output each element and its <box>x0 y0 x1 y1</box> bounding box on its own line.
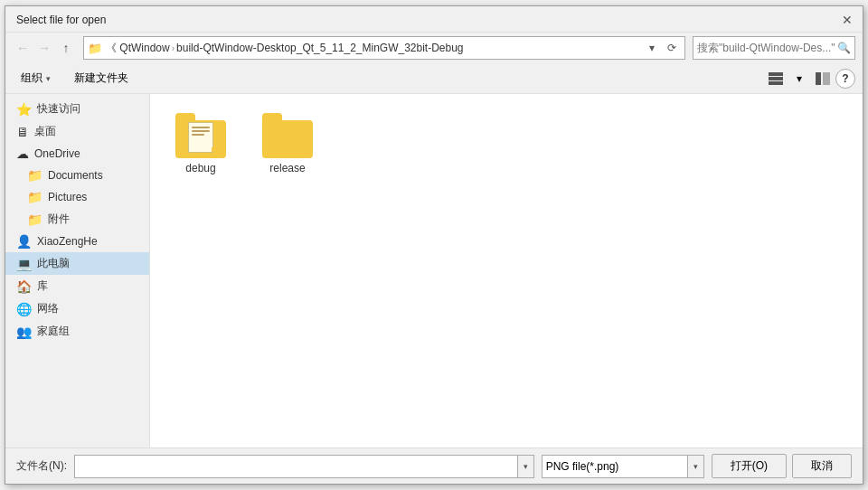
svg-rect-2 <box>769 81 783 85</box>
sidebar-item-documents[interactable]: 📁 Documents <box>5 165 149 186</box>
release-label: release <box>269 162 305 174</box>
filename-label: 文件名(N): <box>16 458 67 474</box>
library-icon: 🏠 <box>16 279 32 294</box>
main-content: ⭐ 快速访问 🖥 桌面 ☁ OneDrive 📁 Documents 📁 Pic… <box>5 94 863 448</box>
action-bar: 组织 ▾ 新建文件夹 ▾ ? <box>5 63 863 94</box>
file-item-release[interactable]: release <box>251 108 324 179</box>
sidebar-item-attachments[interactable]: 📁 附件 <box>5 208 149 231</box>
forward-button[interactable]: → <box>34 38 54 58</box>
svg-rect-1 <box>769 77 783 80</box>
this-pc-icon: 💻 <box>16 257 32 271</box>
file-grid: debug release <box>165 108 848 179</box>
attachments-folder-icon: 📁 <box>27 212 42 227</box>
sidebar: ⭐ 快速访问 🖥 桌面 ☁ OneDrive 📁 Documents 📁 Pic… <box>5 94 150 448</box>
title-bar: Select file for open ✕ <box>5 6 863 33</box>
desktop-icon: 🖥 <box>16 125 29 139</box>
svg-rect-4 <box>823 72 830 85</box>
sidebar-item-onedrive[interactable]: ☁ OneDrive <box>5 143 149 165</box>
release-folder-icon <box>262 113 313 158</box>
address-bar: 📁 《 QtWindow › build-QtWindow-Desktop_Qt… <box>83 36 685 60</box>
sidebar-item-library[interactable]: 🏠 库 <box>5 275 149 297</box>
file-item-debug[interactable]: debug <box>165 108 237 179</box>
breadcrumb-part2: build-QtWindow-Desktop_Qt_5_11_2_MinGW_3… <box>176 42 464 54</box>
organize-button[interactable]: 组织 ▾ <box>13 67 59 90</box>
search-icon: 🔍 <box>837 42 851 54</box>
address-dropdown-button[interactable]: ▾ <box>643 38 661 58</box>
user-icon: 👤 <box>16 234 32 249</box>
cancel-button[interactable]: 取消 <box>792 454 852 478</box>
debug-label: debug <box>185 162 215 174</box>
back-button[interactable]: ← <box>13 38 33 58</box>
svg-rect-3 <box>816 72 821 85</box>
close-button[interactable]: ✕ <box>839 12 855 28</box>
filetype-select-wrapper: PNG file(*.png) ▾ <box>542 455 704 478</box>
filename-input[interactable] <box>75 460 517 473</box>
address-actions: ▾ ⟳ <box>643 38 681 58</box>
open-button[interactable]: 打开(O) <box>712 454 787 478</box>
view-buttons: ▾ ? <box>765 69 855 89</box>
view-mode-dropdown[interactable]: ▾ <box>788 69 810 89</box>
address-folder-icon: 📁 <box>88 42 102 55</box>
sidebar-item-this-pc[interactable]: 💻 此电脑 <box>5 252 149 275</box>
view-pane-button[interactable] <box>812 69 834 89</box>
filetype-dropdown-button[interactable]: ▾ <box>687 456 703 477</box>
network-icon: 🌐 <box>16 302 32 316</box>
file-area: debug release <box>150 94 863 448</box>
documents-folder-icon: 📁 <box>27 168 42 183</box>
address-refresh-button[interactable]: ⟳ <box>663 38 681 58</box>
sidebar-item-pictures[interactable]: 📁 Pictures <box>5 186 149 208</box>
bottom-bar: 文件名(N): ▾ PNG file(*.png) ▾ 打开(O) 取消 <box>5 448 863 484</box>
homegroup-icon: 👥 <box>16 325 32 339</box>
sidebar-item-quick-access[interactable]: ⭐ 快速访问 <box>5 98 149 120</box>
pictures-folder-icon: 📁 <box>27 190 42 204</box>
sidebar-item-homegroup[interactable]: 👥 家庭组 <box>5 320 149 343</box>
file-open-dialog: Select file for open ✕ ← → ↑ 📁 《 QtWindo… <box>5 5 863 485</box>
filename-dropdown-button[interactable]: ▾ <box>517 456 533 477</box>
up-button[interactable]: ↑ <box>56 38 76 58</box>
dialog-title: Select file for open <box>16 14 106 26</box>
search-box: 🔍 <box>693 36 855 60</box>
navigation-toolbar: ← → ↑ 📁 《 QtWindow › build-QtWindow-Desk… <box>5 33 863 63</box>
breadcrumb-part1: 《 QtWindow <box>106 41 170 56</box>
organize-arrow: ▾ <box>46 74 51 83</box>
filename-input-wrapper: ▾ <box>74 455 534 478</box>
onedrive-icon: ☁ <box>16 146 29 161</box>
sidebar-item-user[interactable]: 👤 XiaoZengHe <box>5 231 149 252</box>
sidebar-item-desktop[interactable]: 🖥 桌面 <box>5 120 149 143</box>
debug-folder-icon <box>175 113 226 158</box>
view-list-button[interactable] <box>765 69 787 89</box>
action-buttons: 打开(O) 取消 <box>712 454 852 478</box>
new-folder-button[interactable]: 新建文件夹 <box>66 67 137 90</box>
svg-rect-0 <box>769 72 783 76</box>
help-button[interactable]: ? <box>835 69 855 89</box>
sidebar-item-network[interactable]: 🌐 网络 <box>5 297 149 320</box>
breadcrumb-sep: › <box>172 43 175 53</box>
quick-access-icon: ⭐ <box>16 102 32 117</box>
search-input[interactable] <box>697 42 837 54</box>
filetype-display: PNG file(*.png) <box>542 456 687 477</box>
address-breadcrumb: 《 QtWindow › build-QtWindow-Desktop_Qt_5… <box>106 41 643 56</box>
